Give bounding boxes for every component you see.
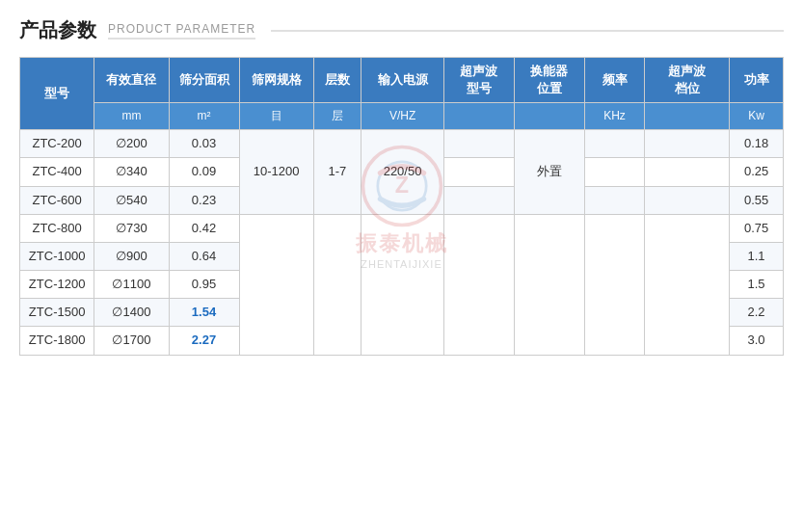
td-level-1: [645, 158, 730, 186]
td-area-2: 0.23: [169, 186, 239, 214]
th-unit-power: V/HZ: [361, 103, 444, 130]
td-level-2: [645, 186, 730, 214]
th-unit-mesh: 目: [239, 103, 313, 130]
th-mesh: 筛网规格: [239, 58, 313, 103]
th-unit-layer: 层: [313, 103, 361, 130]
th-trans: 换能器位置: [514, 58, 584, 103]
table-row: ZTC-200∅2000.0310-12001-7220/50外置0.18: [20, 130, 784, 158]
th-unit-freq: KHz: [584, 103, 644, 130]
th-unit-trans: [514, 103, 584, 130]
product-table: 型号 有效直径 筛分面积 筛网规格 层数 输入电源 超声波型号 换能器位置 频率…: [19, 57, 784, 356]
td-level-0: [645, 130, 730, 158]
td-input_power-0: 220/50: [361, 130, 444, 215]
header-row-2: mm m² 目 层 V/HZ KHz Kw: [20, 103, 784, 130]
page-title-cn: 产品参数: [19, 17, 96, 43]
page-header: 产品参数 PRODUCT PARAMETER: [19, 17, 784, 43]
td-diam-7: ∅1700: [94, 327, 169, 355]
td-ultrasonic-3: [443, 214, 514, 355]
td-wattage-5: 1.5: [730, 271, 784, 299]
td-wattage-7: 3.0: [730, 327, 784, 355]
th-unit-ultra: [443, 103, 514, 130]
td-area-4: 0.64: [169, 242, 239, 270]
td-model-7: ZTC-1800: [20, 327, 94, 355]
td-wattage-3: 0.75: [730, 214, 784, 242]
th-diam: 有效直径: [94, 58, 169, 103]
td-model-2: ZTC-600: [20, 186, 94, 214]
td-level-3: [645, 214, 730, 355]
td-diam-5: ∅1100: [94, 271, 169, 299]
td-diam-3: ∅730: [94, 214, 169, 242]
td-input_power-3: [361, 214, 444, 355]
td-wattage-2: 0.55: [730, 186, 784, 214]
td-model-0: ZTC-200: [20, 130, 94, 158]
th-level: 超声波档位: [645, 58, 730, 103]
td-wattage-4: 1.1: [730, 242, 784, 270]
header-divider: [271, 30, 784, 32]
td-area-5: 0.95: [169, 271, 239, 299]
td-area-7: 2.27: [169, 327, 239, 355]
td-freq-2: [584, 186, 644, 214]
table-wrapper: Z 振泰机械 ZHENTAIJIXIE 型号 有效直径 筛分面积 筛网规格 层数…: [19, 57, 784, 356]
td-ultrasonic-0: [443, 130, 514, 158]
td-model-6: ZTC-1500: [20, 299, 94, 327]
td-diam-4: ∅900: [94, 242, 169, 270]
table-body: ZTC-200∅2000.0310-12001-7220/50外置0.18ZTC…: [20, 130, 784, 356]
td-area-3: 0.42: [169, 214, 239, 242]
td-freq-1: [584, 158, 644, 186]
td-model-4: ZTC-1000: [20, 242, 94, 270]
td-area-0: 0.03: [169, 130, 239, 158]
header-row-1: 型号 有效直径 筛分面积 筛网规格 层数 输入电源 超声波型号 换能器位置 频率…: [20, 58, 784, 103]
td-layer-0: 1-7: [313, 130, 361, 215]
td-layer-3: [313, 214, 361, 355]
td-diam-1: ∅340: [94, 158, 169, 186]
td-model-3: ZTC-800: [20, 214, 94, 242]
th-layer: 层数: [313, 58, 361, 103]
th-area: 筛分面积: [169, 58, 239, 103]
th-unit-diam: mm: [94, 103, 169, 130]
td-ultrasonic-2: [443, 186, 514, 214]
td-transducer-3: [514, 214, 584, 355]
td-wattage-1: 0.25: [730, 158, 784, 186]
td-diam-6: ∅1400: [94, 299, 169, 327]
td-wattage-0: 0.18: [730, 130, 784, 158]
td-diam-0: ∅200: [94, 130, 169, 158]
th-unit-level: [645, 103, 730, 130]
td-mesh-3: [239, 214, 313, 355]
page-title-en: PRODUCT PARAMETER: [108, 22, 255, 40]
td-area-6: 1.54: [169, 299, 239, 327]
th-unit-area: m²: [169, 103, 239, 130]
td-model-1: ZTC-400: [20, 158, 94, 186]
td-freq-3: [584, 214, 644, 355]
td-model-5: ZTC-1200: [20, 271, 94, 299]
th-ultra: 超声波型号: [443, 58, 514, 103]
th-unit-watt: Kw: [730, 103, 784, 130]
table-row: ZTC-800∅7300.420.75: [20, 214, 784, 242]
td-transducer-0: 外置: [514, 130, 584, 215]
td-mesh-0: 10-1200: [239, 130, 313, 215]
td-ultrasonic-1: [443, 158, 514, 186]
td-diam-2: ∅540: [94, 186, 169, 214]
th-model: 型号: [20, 58, 94, 130]
th-power: 输入电源: [361, 58, 444, 103]
th-freq: 频率: [584, 58, 644, 103]
th-watt: 功率: [730, 58, 784, 103]
td-wattage-6: 2.2: [730, 299, 784, 327]
td-area-1: 0.09: [169, 158, 239, 186]
td-freq-0: [584, 130, 644, 158]
